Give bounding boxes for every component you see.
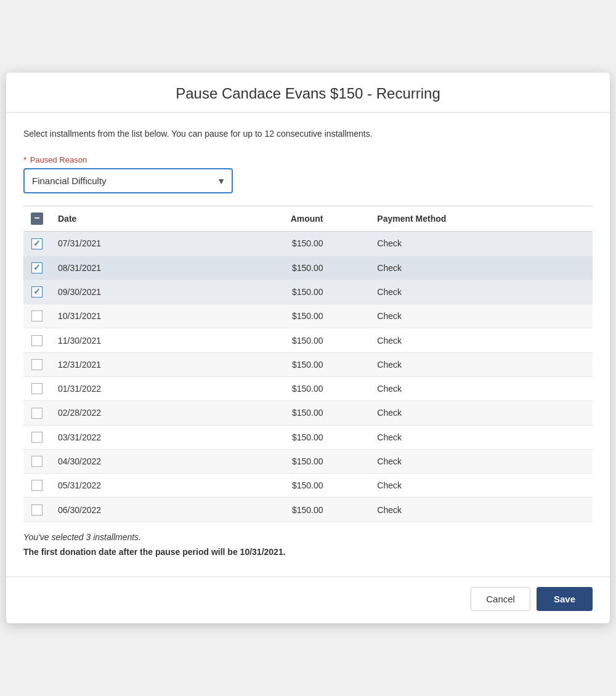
modal-body: Select installments from the list below.…	[6, 113, 610, 577]
checkbox-cell	[23, 328, 51, 352]
row-date: 05/31/2022	[51, 474, 205, 498]
field-label: * Paused Reason	[23, 155, 593, 164]
table-row: 08/31/2021$150.00Check	[23, 256, 593, 280]
row-checkbox[interactable]	[31, 335, 43, 346]
row-empty	[331, 449, 370, 473]
checkbox-cell	[23, 449, 51, 473]
row-date: 10/31/2021	[51, 304, 205, 328]
row-checkbox[interactable]	[31, 432, 43, 443]
installments-tbody: 07/31/2021$150.00Check08/31/2021$150.00C…	[23, 232, 593, 522]
row-empty	[331, 425, 370, 449]
pause-modal: Pause Candace Evans $150 - Recurring Sel…	[6, 73, 610, 623]
row-empty	[331, 280, 370, 304]
row-checkbox[interactable]	[31, 383, 43, 394]
row-amount: $150.00	[205, 256, 330, 280]
save-button[interactable]: Save	[537, 587, 593, 611]
row-checkbox[interactable]	[31, 238, 43, 249]
row-date: 04/30/2022	[51, 449, 205, 473]
required-asterisk: *	[23, 155, 29, 164]
table-row: 06/30/2022$150.00Check	[23, 498, 593, 522]
row-amount: $150.00	[205, 232, 330, 256]
row-empty	[331, 352, 370, 376]
row-empty	[331, 401, 370, 425]
table-header-row: − Date Amount Payment Method	[23, 206, 593, 232]
row-date: 01/31/2022	[51, 377, 205, 401]
row-empty	[331, 474, 370, 498]
row-payment-method: Check	[370, 498, 593, 522]
checkbox-cell	[23, 232, 51, 256]
row-amount: $150.00	[205, 401, 330, 425]
paused-reason-select[interactable]: Financial Difficulty Travel Medical Othe…	[23, 168, 233, 193]
checkbox-cell	[23, 498, 51, 522]
checkbox-cell	[23, 377, 51, 401]
row-amount: $150.00	[205, 352, 330, 376]
checkbox-cell	[23, 474, 51, 498]
checkbox-cell	[23, 401, 51, 425]
row-empty	[331, 304, 370, 328]
paused-reason-field: * Paused Reason Financial Difficulty Tra…	[23, 155, 593, 193]
table-row: 12/31/2021$150.00Check	[23, 352, 593, 376]
row-checkbox[interactable]	[31, 262, 43, 273]
table-row: 11/30/2021$150.00Check	[23, 328, 593, 352]
row-payment-method: Check	[370, 256, 593, 280]
header-date: Date	[51, 206, 205, 232]
modal-footer: Cancel Save	[6, 577, 610, 623]
header-payment-method: Payment Method	[370, 206, 593, 232]
row-checkbox[interactable]	[31, 286, 43, 297]
row-checkbox[interactable]	[31, 359, 43, 370]
modal-title: Pause Candace Evans $150 - Recurring	[21, 85, 595, 102]
row-amount: $150.00	[205, 280, 330, 304]
row-date: 06/30/2022	[51, 498, 205, 522]
row-date: 09/30/2021	[51, 280, 205, 304]
table-row: 07/31/2021$150.00Check	[23, 232, 593, 256]
row-empty	[331, 498, 370, 522]
table-row: 02/28/2022$150.00Check	[23, 401, 593, 425]
modal-header: Pause Candace Evans $150 - Recurring	[6, 73, 610, 113]
row-checkbox[interactable]	[31, 408, 43, 419]
instruction-text: Select installments from the list below.…	[23, 127, 593, 140]
row-empty	[331, 232, 370, 256]
deselect-all-button[interactable]: −	[31, 212, 43, 225]
table-row: 03/31/2022$150.00Check	[23, 425, 593, 449]
row-payment-method: Check	[370, 328, 593, 352]
header-checkbox-col: −	[23, 206, 51, 232]
checkbox-cell	[23, 304, 51, 328]
row-date: 07/31/2021	[51, 232, 205, 256]
row-empty	[331, 377, 370, 401]
table-row: 05/31/2022$150.00Check	[23, 474, 593, 498]
row-amount: $150.00	[205, 425, 330, 449]
row-payment-method: Check	[370, 474, 593, 498]
row-amount: $150.00	[205, 474, 330, 498]
row-date: 02/28/2022	[51, 401, 205, 425]
row-payment-method: Check	[370, 425, 593, 449]
row-payment-method: Check	[370, 304, 593, 328]
row-amount: $150.00	[205, 498, 330, 522]
cancel-button[interactable]: Cancel	[471, 587, 530, 611]
row-empty	[331, 256, 370, 280]
row-checkbox[interactable]	[31, 504, 43, 516]
row-amount: $150.00	[205, 304, 330, 328]
header-amount: Amount	[205, 206, 330, 232]
field-label-text: Paused Reason	[30, 155, 87, 164]
row-date: 08/31/2021	[51, 256, 205, 280]
checkbox-cell	[23, 280, 51, 304]
paused-reason-select-wrapper: Financial Difficulty Travel Medical Othe…	[23, 168, 233, 193]
checkbox-cell	[23, 425, 51, 449]
row-checkbox[interactable]	[31, 456, 43, 467]
row-checkbox[interactable]	[31, 310, 43, 322]
row-payment-method: Check	[370, 401, 593, 425]
row-amount: $150.00	[205, 449, 330, 473]
row-date: 12/31/2021	[51, 352, 205, 376]
table-row: 10/31/2021$150.00Check	[23, 304, 593, 328]
row-payment-method: Check	[370, 232, 593, 256]
row-payment-method: Check	[370, 280, 593, 304]
row-date: 11/30/2021	[51, 328, 205, 352]
row-payment-method: Check	[370, 352, 593, 376]
table-row: 04/30/2022$150.00Check	[23, 449, 593, 473]
row-amount: $150.00	[205, 328, 330, 352]
row-checkbox[interactable]	[31, 480, 43, 491]
row-amount: $150.00	[205, 377, 330, 401]
checkbox-cell	[23, 256, 51, 280]
table-row: 09/30/2021$150.00Check	[23, 280, 593, 304]
row-date: 03/31/2022	[51, 425, 205, 449]
